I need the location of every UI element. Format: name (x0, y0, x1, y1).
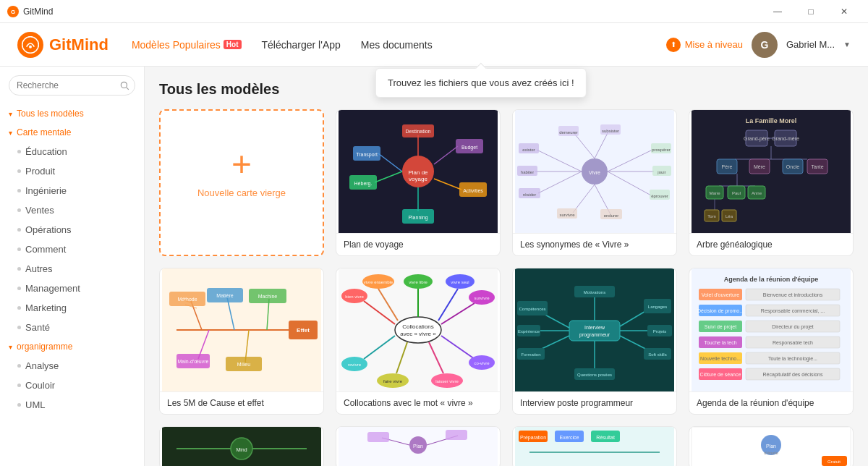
card-partial-2[interactable]: Plan (336, 426, 501, 466)
svg-text:La Famille Morel: La Famille Morel (746, 117, 797, 124)
sidebar-all-models[interactable]: ▾ Tous les modèles (0, 104, 144, 123)
close-button[interactable]: ✕ (827, 0, 861, 23)
svg-text:Grand-père: Grand-père (744, 136, 770, 142)
window-controls: — □ ✕ (761, 0, 861, 23)
logo[interactable]: GitMind (17, 32, 109, 58)
user-chevron-icon[interactable]: ▼ (843, 41, 851, 48)
card-thumb: Agenda de la réunion d'équipe Volet d'ou… (689, 268, 853, 391)
sidebar-item-label: Opérations (25, 224, 72, 235)
logo-svg (22, 36, 39, 54)
svg-text:vivre ensemble: vivre ensemble (364, 280, 393, 284)
search-input[interactable] (9, 75, 135, 96)
nav-popular[interactable]: Modèles Populaires Hot (132, 39, 242, 51)
sidebar-item-education[interactable]: Éducation (0, 142, 144, 161)
svg-text:jouir: jouir (657, 170, 665, 174)
card-thumb: Vivre exister habiter résider d (513, 110, 676, 233)
svg-text:Plan: Plan (766, 444, 776, 449)
card-arbre[interactable]: La Famille Morel Grand-père Grand-mère P… (689, 109, 854, 256)
sidebar: ▾ Tous les modèles ▾ Carte mentale Éduca… (0, 67, 145, 466)
logo-icon (17, 32, 43, 58)
svg-text:Langages: Langages (648, 305, 667, 309)
nav-links: Modèles Populaires Hot Télécharger l'App… (132, 39, 643, 51)
sidebar-item-label: Comment (25, 244, 66, 255)
svg-text:Héberg.: Héberg. (354, 181, 373, 187)
card-agenda[interactable]: Agenda de la réunion d'équipe Volet d'ou… (689, 268, 854, 415)
sidebar-item-label: Ingénierie (25, 185, 67, 196)
svg-text:exister: exister (522, 148, 535, 152)
maximize-button[interactable]: □ (794, 0, 827, 23)
sidebar-item-marketing[interactable]: Marketing (0, 298, 144, 318)
dot-icon (17, 150, 21, 153)
card-plan-voyage[interactable]: Plan de voyage Transport Héberg. Budget (336, 109, 501, 256)
app-body: ▾ Tous les modèles ▾ Carte mentale Éduca… (0, 67, 868, 466)
svg-text:Nouvelle techno...: Nouvelle techno... (700, 356, 741, 361)
logo-text: GitMind (49, 35, 109, 54)
chevron-down-icon-2: ▾ (9, 129, 12, 137)
card-synonymes[interactable]: Vivre exister habiter résider d (512, 109, 677, 256)
svg-text:Projets: Projets (653, 329, 667, 334)
user-name[interactable]: Gabriel M... (786, 39, 835, 50)
svg-text:programmeur: programmeur (579, 332, 610, 338)
card-interview[interactable]: Interview programmeur Compétences Expéri… (512, 268, 677, 415)
sidebar-item-produit[interactable]: Produit (0, 161, 144, 181)
svg-text:avec « vivre »: avec « vivre » (400, 331, 436, 337)
sidebar-carte-mentale-group[interactable]: ▾ Carte mentale (0, 123, 144, 142)
card-collocations[interactable]: Collocations avec « vivre » bien vivre v… (336, 268, 501, 415)
sidebar-item-management[interactable]: Management (0, 279, 144, 298)
card-label: Collocations avec le mot « vivre » (336, 391, 500, 414)
card-partial-3[interactable]: Préparation Exercice Résultat (512, 426, 677, 466)
sidebar-item-analyse[interactable]: Analyse (0, 356, 144, 376)
sidebar-item-comment[interactable]: Comment (0, 240, 144, 259)
svg-text:vivre seul: vivre seul (451, 280, 469, 284)
card-partial-4[interactable]: Plan d'étude Gratuit (689, 426, 854, 466)
sidebar-item-label: Ventes (25, 205, 54, 216)
svg-rect-206 (367, 432, 389, 442)
svg-point-113 (395, 317, 441, 343)
svg-text:Toute la technologie...: Toute la technologie... (768, 356, 817, 362)
dot-icon (17, 384, 21, 387)
partial2-thumbnail: Plan (336, 427, 500, 466)
sidebar-item-label: Produit (25, 166, 55, 177)
svg-text:Activities: Activities (463, 188, 483, 193)
svg-text:Suivi de projet: Suivi de projet (705, 324, 736, 330)
sidebar-item-operations[interactable]: Opérations (0, 220, 144, 240)
svg-text:Motivations: Motivations (584, 290, 605, 295)
svg-text:Expérience: Expérience (518, 329, 540, 334)
sidebar-item-ventes[interactable]: Ventes (0, 200, 144, 220)
svg-text:Léa: Léa (726, 214, 733, 219)
sidebar-item-sante[interactable]: Santé (0, 318, 144, 337)
arbre-thumbnail: La Famille Morel Grand-père Grand-mère P… (689, 110, 853, 233)
card-5m[interactable]: Effet Méthode Matière Machine (159, 268, 324, 415)
dot-icon (17, 267, 21, 271)
svg-text:Récapitulatif des décisions: Récapitulatif des décisions (763, 372, 823, 378)
card-label: Les synonymes de « Vivre » (513, 233, 676, 255)
search-button[interactable] (119, 80, 129, 90)
svg-text:Préparation: Préparation (520, 435, 546, 441)
dot-icon (17, 326, 21, 329)
new-card[interactable]: + Nouvelle carte vierge (159, 109, 324, 256)
svg-text:Responsable tech: Responsable tech (773, 340, 813, 346)
card-partial-1[interactable]: Mind (159, 426, 324, 466)
sidebar-item-autres[interactable]: Autres (0, 259, 144, 279)
plan-voyage-thumbnail: Plan de voyage Transport Héberg. Budget (336, 110, 500, 233)
nav-download[interactable]: Télécharger l'App (262, 39, 341, 51)
sidebar-item-uml[interactable]: UML (0, 395, 144, 415)
svg-text:Résultat: Résultat (596, 435, 615, 440)
sidebar-organigramme-group[interactable]: ▾ organigramme (0, 337, 144, 356)
upgrade-button[interactable]: ⬆ Mise à niveau (666, 38, 743, 52)
svg-text:Milieu: Milieu (237, 362, 250, 367)
sidebar-item-couloir[interactable]: Couloir (0, 376, 144, 395)
svg-text:laisser vivre: laisser vivre (435, 379, 459, 384)
upgrade-label: Mise à niveau (685, 39, 743, 50)
svg-text:résider: résider (523, 192, 536, 197)
svg-text:Directeur du projet: Directeur du projet (772, 324, 814, 330)
svg-text:Soft skills: Soft skills (648, 352, 666, 357)
svg-text:Main-d'œuvre: Main-d'œuvre (178, 359, 209, 364)
nav-docs[interactable]: Mes documents Trouvez les fichiers que v… (361, 39, 433, 51)
template-grid: + Nouvelle carte vierge Plan de voyage (159, 109, 854, 466)
minimize-button[interactable]: — (761, 0, 794, 23)
search-icon (119, 80, 129, 90)
sidebar-item-ingenierie[interactable]: Ingénierie (0, 181, 144, 200)
sidebar-search-container (0, 67, 144, 104)
svg-text:G: G (11, 8, 15, 14)
